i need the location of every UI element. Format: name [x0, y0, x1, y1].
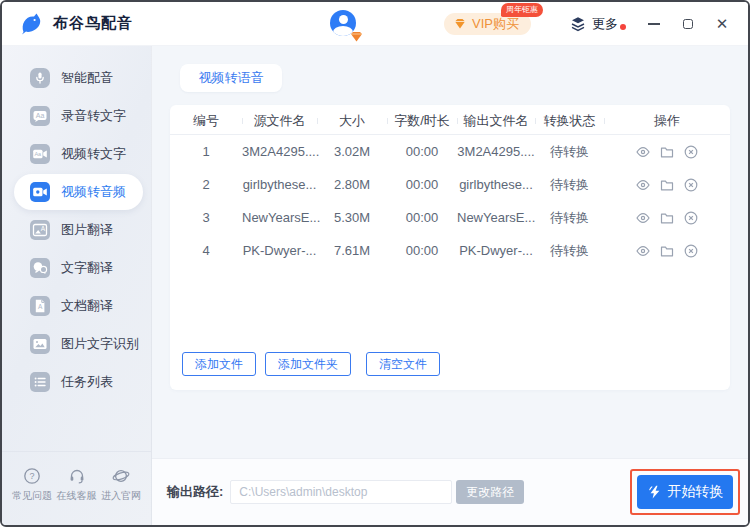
sidebar-item-image-ocr[interactable]: 图片文字识别 — [14, 326, 143, 362]
cell-duration: 00:00 — [387, 144, 457, 159]
lightning-icon — [647, 484, 662, 500]
app-window: 布谷鸟配音 VIP购买 周年钜惠 — [0, 0, 750, 527]
mic-icon — [30, 68, 50, 88]
open-folder-icon[interactable] — [659, 210, 675, 226]
speech-bubble-aa-icon: Aa — [30, 106, 50, 126]
output-path-label: 输出路径: — [167, 483, 223, 501]
cell-source-filename: NewYearsE... — [242, 210, 317, 225]
file-action-buttons: 添加文件 添加文件夹 清空文件 — [170, 352, 730, 390]
svg-text:Aa: Aa — [36, 112, 45, 119]
cell-actions — [604, 243, 730, 259]
sidebar-item-label: 录音转文字 — [61, 107, 126, 125]
task-list-icon — [30, 372, 50, 392]
layers-icon — [569, 15, 587, 33]
maximize-button[interactable] — [676, 12, 700, 36]
titlebar: 布谷鸟配音 VIP购买 周年钜惠 — [2, 2, 748, 46]
clear-files-button[interactable]: 清空文件 — [366, 352, 440, 376]
remove-file-icon[interactable] — [683, 243, 699, 259]
online-support-button[interactable]: 在线客服 — [55, 466, 99, 503]
start-convert-button[interactable]: 开始转换 — [637, 475, 733, 509]
cell-number: 2 — [170, 177, 242, 192]
cell-size: 7.61M — [317, 243, 387, 258]
sidebar-item-label: 图片文字识别 — [61, 335, 139, 353]
maximize-icon — [683, 19, 693, 29]
cell-number: 4 — [170, 243, 242, 258]
sidebar-item-audio-to-text[interactable]: Aa 录音转文字 — [14, 98, 143, 134]
open-folder-icon[interactable] — [659, 177, 675, 193]
headset-icon — [67, 466, 87, 486]
video-camera-aa-icon: Aa — [30, 144, 50, 164]
cell-source-filename: girlbythese... — [242, 177, 317, 192]
table-row: 4 PK-Dwyer-... 7.61M 00:00 PK-Dwyer-... … — [170, 234, 730, 267]
svg-text:A: A — [41, 225, 46, 232]
svg-text:A: A — [38, 303, 43, 310]
preview-eye-icon[interactable] — [635, 144, 651, 160]
add-file-button[interactable]: 添加文件 — [182, 352, 256, 376]
open-folder-icon[interactable] — [659, 243, 675, 259]
cell-number: 3 — [170, 210, 242, 225]
faq-button[interactable]: ? 常见问题 — [10, 466, 54, 503]
vip-gem-icon — [453, 17, 467, 30]
cell-output-filename: 3M2A4295.... — [457, 144, 535, 159]
cell-duration: 00:00 — [387, 243, 457, 258]
close-button[interactable]: ✕ — [710, 12, 734, 36]
table-row: 2 girlbythese... 2.80M 00:00 girlbythese… — [170, 168, 730, 201]
website-button[interactable]: 进入官网 — [99, 466, 143, 503]
table-body: 1 3M2A4295.... 3.02M 00:00 3M2A4295.... … — [170, 135, 730, 267]
sidebar-menu: 智能配音 Aa 录音转文字 Aa 视频转文字 视频转音频 A 图片翻译 — [2, 46, 151, 451]
cell-status: 待转换 — [535, 176, 604, 194]
svg-text:?: ? — [29, 471, 34, 481]
sidebar-item-video-to-text[interactable]: Aa 视频转文字 — [14, 136, 143, 172]
sidebar: 智能配音 Aa 录音转文字 Aa 视频转文字 视频转音频 A 图片翻译 — [2, 46, 152, 525]
cell-output-filename: PK-Dwyer-... — [457, 243, 535, 258]
notification-dot — [620, 24, 626, 30]
vip-buy-button[interactable]: VIP购买 周年钜惠 — [444, 13, 531, 35]
cell-status: 待转换 — [535, 143, 604, 161]
cell-actions — [604, 177, 730, 193]
table-header: 编号 源文件名 大小 字数/时长 输出文件名 转换状态 操作 — [170, 107, 730, 135]
change-path-button[interactable]: 更改路径 — [456, 480, 524, 504]
cell-number: 1 — [170, 144, 242, 159]
cell-status: 待转换 — [535, 242, 604, 260]
cell-size: 2.80M — [317, 177, 387, 192]
open-folder-icon[interactable] — [659, 144, 675, 160]
sidebar-footer: ? 常见问题 在线客服 进入官网 — [2, 451, 151, 525]
preview-eye-icon[interactable] — [635, 243, 651, 259]
user-avatar[interactable] — [330, 10, 360, 40]
output-path-input[interactable]: C:\Users\admin\desktop — [230, 480, 452, 504]
sidebar-item-label: 文字翻译 — [61, 259, 113, 277]
cell-source-filename: PK-Dwyer-... — [242, 243, 317, 258]
annotation-highlight-box: 开始转换 — [630, 469, 740, 515]
cell-source-filename: 3M2A4295.... — [242, 144, 317, 159]
table-row: 3 NewYearsE... 5.30M 00:00 NewYearsE... … — [170, 201, 730, 234]
start-convert-label: 开始转换 — [668, 483, 724, 501]
globe-icon — [111, 466, 131, 486]
online-support-label: 在线客服 — [57, 489, 97, 503]
close-icon: ✕ — [716, 16, 729, 31]
main-content: 视频转语音 编号 源文件名 大小 字数/时长 输出文件名 转换状态 操作 1 3… — [152, 46, 748, 458]
image-icon — [30, 334, 50, 354]
sidebar-item-video-to-audio[interactable]: 视频转音频 — [14, 174, 143, 210]
preview-eye-icon[interactable] — [635, 210, 651, 226]
table-row: 1 3M2A4295.... 3.02M 00:00 3M2A4295.... … — [170, 135, 730, 168]
svg-text:Aa: Aa — [34, 151, 42, 157]
sidebar-item-task-list[interactable]: 任务列表 — [14, 364, 143, 400]
cell-status: 待转换 — [535, 209, 604, 227]
preview-eye-icon[interactable] — [635, 177, 651, 193]
add-folder-button[interactable]: 添加文件夹 — [265, 352, 351, 376]
file-table-panel: 编号 源文件名 大小 字数/时长 输出文件名 转换状态 操作 1 3M2A429… — [170, 105, 730, 390]
sidebar-item-smart-dubbing[interactable]: 智能配音 — [14, 60, 143, 96]
remove-file-icon[interactable] — [683, 177, 699, 193]
more-menu-button[interactable]: 更多 — [569, 15, 626, 33]
sidebar-item-image-translate[interactable]: A 图片翻译 — [14, 212, 143, 248]
remove-file-icon[interactable] — [683, 144, 699, 160]
remove-file-icon[interactable] — [683, 210, 699, 226]
col-header-number: 编号 — [170, 112, 242, 130]
question-circle-icon: ? — [22, 466, 42, 486]
sidebar-item-label: 视频转音频 — [61, 183, 126, 201]
tab-video-to-speech[interactable]: 视频转语音 — [180, 64, 282, 92]
sidebar-item-doc-translate[interactable]: A 文档翻译 — [14, 288, 143, 324]
col-header-status: 转换状态 — [535, 112, 604, 130]
minimize-button[interactable] — [642, 12, 666, 36]
sidebar-item-text-translate[interactable]: 文字翻译 — [14, 250, 143, 286]
